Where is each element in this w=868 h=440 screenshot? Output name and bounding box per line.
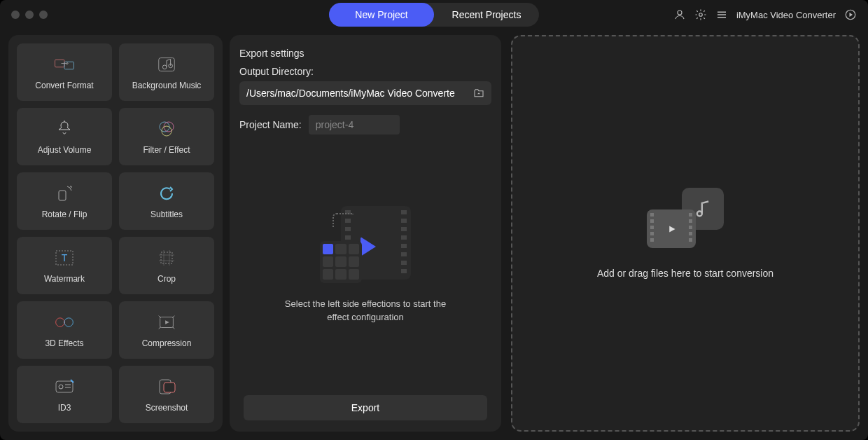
svg-rect-12 (59, 191, 66, 200)
rotate-flip-icon (54, 183, 75, 204)
project-tabs: New Project Recent Projects (329, 3, 539, 27)
window-controls[interactable] (11, 11, 48, 19)
svg-point-7 (162, 65, 167, 69)
effect-hint-text: Select the left side effections to start… (274, 297, 456, 324)
tool-label: Adjust Volume (38, 145, 92, 155)
tool-adjust-volume[interactable]: Adjust Volume (17, 108, 112, 165)
tool-compression[interactable]: Compression (119, 301, 214, 359)
output-directory-path: /Users/mac/Documents/iMyMac Video Conver… (246, 88, 472, 99)
filter-effect-icon (156, 118, 177, 139)
project-name-label: Project Name: (239, 119, 302, 130)
export-button[interactable]: Export (244, 395, 487, 420)
svg-text:T: T (62, 252, 68, 263)
svg-marker-19 (165, 320, 169, 324)
browse-folder-icon[interactable] (472, 86, 486, 100)
adjust-volume-icon (54, 118, 75, 139)
output-directory-field[interactable]: /Users/mac/Documents/iMyMac Video Conver… (239, 81, 491, 105)
project-name-input[interactable] (309, 115, 400, 135)
effect-illustration (320, 206, 411, 283)
minimize-dot[interactable] (25, 11, 34, 19)
menu-icon[interactable] (715, 8, 728, 21)
svg-point-16 (56, 318, 64, 326)
convert-format-icon (54, 54, 75, 75)
tool-label: Convert Format (35, 81, 93, 90)
svg-marker-25 (669, 226, 675, 232)
dropzone-illustration (647, 188, 724, 248)
svg-rect-5 (64, 62, 74, 69)
svg-marker-3 (850, 13, 853, 17)
background-music-icon (156, 54, 177, 75)
svg-rect-15 (161, 252, 172, 263)
tool-label: 3D Effects (45, 338, 83, 348)
svg-point-21 (59, 385, 63, 389)
file-dropzone[interactable]: Add or drag files here to start conversi… (511, 35, 860, 432)
svg-point-17 (64, 318, 73, 326)
app-title: iMyMac Video Converter (736, 10, 836, 20)
output-directory-label: Output Directory: (239, 66, 491, 77)
tool-label: Background Music (132, 81, 202, 90)
maximize-dot[interactable] (39, 11, 48, 19)
tool-label: Screenshot (146, 403, 188, 413)
tool-watermark[interactable]: T Watermark (17, 237, 112, 294)
svg-point-0 (678, 11, 682, 15)
app-logo-icon (844, 8, 857, 21)
tool-subtitles[interactable]: Subtitles (119, 172, 214, 230)
subtitles-icon (156, 183, 177, 204)
account-icon[interactable] (673, 8, 686, 21)
close-dot[interactable] (11, 11, 20, 19)
tool-label: Filter / Effect (143, 145, 190, 155)
export-settings-panel: Export settings Output Directory: /Users… (230, 35, 501, 432)
screenshot-icon (156, 376, 177, 397)
tool-label: Rotate / Flip (42, 209, 88, 219)
tool-rotate-flip[interactable]: Rotate / Flip (17, 172, 112, 230)
tool-convert-format[interactable]: Convert Format (17, 43, 112, 101)
crop-icon (156, 247, 177, 268)
tool-label: Crop (158, 274, 176, 284)
svg-rect-23 (164, 383, 175, 392)
export-settings-title: Export settings (239, 48, 491, 59)
tool-filter-effect[interactable]: Filter / Effect (119, 108, 214, 165)
tool-3d-effects[interactable]: 3D Effects (17, 301, 112, 359)
id3-icon (54, 376, 75, 397)
watermark-icon: T (54, 247, 75, 268)
tools-sidebar: Convert Format Background Music Adjust V… (8, 35, 223, 432)
tool-label: Compression (142, 338, 192, 348)
tab-new-project[interactable]: New Project (329, 3, 434, 27)
tool-label: Subtitles (150, 209, 183, 219)
tool-label: ID3 (58, 403, 71, 413)
tool-background-music[interactable]: Background Music (119, 43, 214, 101)
tool-id3[interactable]: ID3 (17, 366, 112, 423)
tab-recent-projects[interactable]: Recent Projects (434, 3, 539, 27)
dropzone-text: Add or drag files here to start conversi… (597, 268, 774, 279)
settings-icon[interactable] (694, 8, 707, 21)
compression-icon (156, 312, 177, 333)
svg-point-1 (699, 13, 703, 17)
tool-screenshot[interactable]: Screenshot (119, 366, 214, 423)
tool-label: Watermark (44, 274, 85, 284)
tool-crop[interactable]: Crop (119, 237, 214, 294)
3d-effects-icon (54, 312, 75, 333)
